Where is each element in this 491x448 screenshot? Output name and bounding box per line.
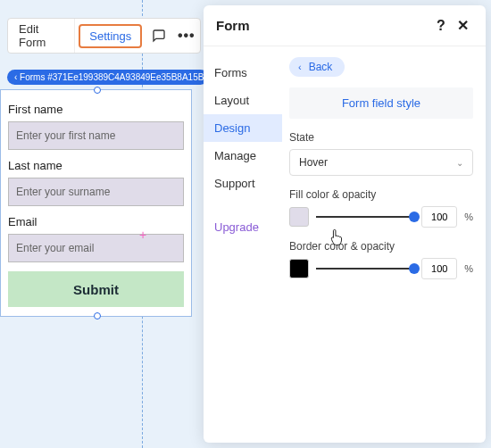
panel-side-nav: Forms Layout Design Manage Support Upgra… (204, 46, 282, 443)
field-label: Email (8, 215, 184, 228)
edit-form-button[interactable]: Edit Form (8, 19, 75, 53)
last-name-input[interactable]: Enter your surname (8, 178, 184, 206)
state-label: State (289, 131, 473, 144)
back-button[interactable]: ‹ Back (289, 57, 345, 77)
fill-opacity-slider[interactable] (316, 216, 414, 218)
panel-title: Form (216, 18, 430, 33)
nav-upgrade[interactable]: Upgrade (204, 213, 282, 241)
field-label: First name (8, 103, 184, 116)
chevron-down-icon: ⌄ (456, 158, 463, 168)
state-value: Hover (299, 156, 328, 169)
fill-color-swatch[interactable] (289, 207, 309, 227)
field-label: Last name (8, 159, 184, 172)
close-icon[interactable]: ✕ (452, 17, 473, 34)
settings-button[interactable]: Settings (79, 24, 142, 48)
canvas-preview: Edit Form Settings ••• ‹ Forms #371Ee199… (0, 0, 201, 448)
fill-label: Fill color & opacity (289, 188, 473, 201)
nav-support[interactable]: Support (204, 170, 282, 197)
add-handle-icon[interactable]: + (139, 228, 146, 242)
nav-manage[interactable]: Manage (204, 142, 282, 170)
percent-sign: % (464, 263, 473, 274)
animation-icon[interactable] (146, 29, 172, 43)
breadcrumb[interactable]: ‹ Forms #371Ee199389C4A93849Ee35B8A15B7C… (7, 70, 208, 85)
help-icon[interactable]: ? (430, 18, 452, 34)
nav-forms[interactable]: Forms (204, 59, 282, 87)
fill-opacity-value[interactable]: 100 (421, 206, 457, 228)
state-dropdown[interactable]: Hover ⌄ (289, 149, 473, 176)
chevron-left-icon: ‹ (298, 62, 302, 72)
form-element[interactable]: First name Enter your first name Last na… (0, 89, 192, 317)
border-color-swatch[interactable] (289, 259, 309, 278)
back-label: Back (309, 61, 333, 73)
submit-button[interactable]: Submit (8, 271, 184, 307)
slider-thumb[interactable] (409, 212, 420, 222)
panel-header: Form ? ✕ (204, 5, 486, 46)
panel-content: ‹ Back Form field style State Hover ⌄ Fi… (282, 46, 486, 443)
email-input[interactable]: Enter your email (8, 234, 184, 262)
settings-panel: Form ? ✕ Forms Layout Design Manage Supp… (204, 5, 486, 443)
nav-design[interactable]: Design (204, 114, 282, 142)
border-opacity-slider[interactable] (316, 268, 414, 270)
percent-sign: % (464, 212, 473, 222)
first-name-input[interactable]: Enter your first name (8, 121, 184, 150)
slider-thumb[interactable] (409, 263, 420, 274)
element-toolbar: Edit Form Settings ••• (7, 18, 201, 54)
more-icon[interactable]: ••• (173, 28, 200, 44)
border-label: Border color & opacity (289, 240, 473, 253)
border-opacity-value[interactable]: 100 (421, 258, 457, 279)
nav-layout[interactable]: Layout (204, 87, 282, 114)
section-title: Form field style (289, 87, 473, 119)
